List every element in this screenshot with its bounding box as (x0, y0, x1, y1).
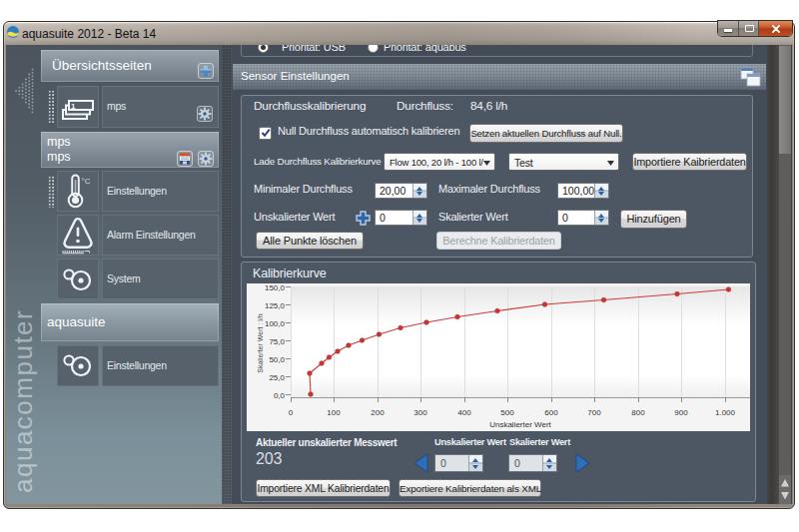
svg-text:0,0: 0,0 (274, 391, 286, 400)
svg-text:50,0: 50,0 (269, 355, 285, 364)
svg-text:400: 400 (457, 408, 471, 417)
svg-text:900: 900 (674, 408, 688, 417)
svg-text:800: 800 (631, 408, 645, 417)
svg-text:100,0: 100,0 (265, 319, 286, 328)
svg-text:300: 300 (413, 408, 427, 417)
svg-text:0: 0 (289, 408, 294, 417)
svg-text:125,0: 125,0 (265, 301, 286, 310)
svg-text:150,0: 150,0 (265, 283, 286, 292)
svg-text:500: 500 (500, 408, 514, 417)
svg-text:75,0: 75,0 (269, 337, 285, 346)
svg-text:Skalierter Wert : l/h: Skalierter Wert : l/h (257, 313, 264, 372)
svg-text:700: 700 (587, 408, 601, 417)
svg-text:Unskalierter Wert: Unskalierter Wert (489, 420, 551, 429)
svg-text:25,0: 25,0 (269, 373, 285, 382)
svg-text:200: 200 (371, 408, 385, 417)
svg-text:600: 600 (544, 408, 558, 417)
svg-text:1: 1 (71, 102, 76, 111)
svg-text:100: 100 (327, 408, 341, 417)
svg-text:°C: °C (82, 177, 91, 186)
svg-text:1.000: 1.000 (715, 408, 736, 417)
